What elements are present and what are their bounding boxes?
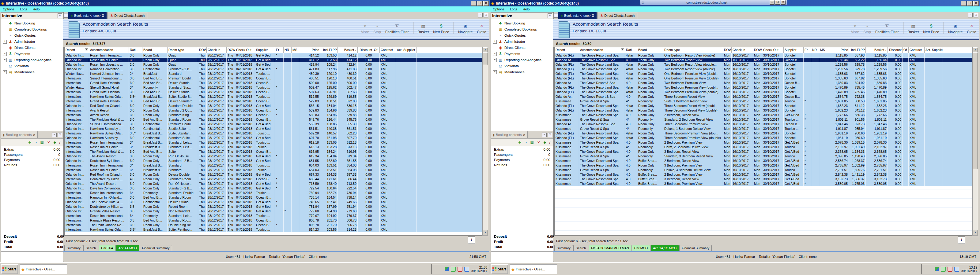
- scroll-down-icon[interactable]: ▼: [973, 230, 978, 235]
- column-header-er[interactable]: Er: [803, 47, 811, 53]
- table-row[interactable]: Orlando Int...The Avanti Resort3.0Room O…: [65, 154, 482, 159]
- restore-icon[interactable]: ❐: [775, 0, 780, 5]
- close-icon[interactable]: ✕: [483, 1, 489, 6]
- table-row[interactable]: Orlando Int...The Avanti Resort3.0Room O…: [65, 182, 482, 186]
- table-row[interactable]: Internation...Grand Hotel Orlando3.0Bed …: [65, 99, 482, 104]
- table-row[interactable]: Orlando (FL)The Grove Resort and Spa4sta…: [555, 62, 972, 67]
- volume-tray-icon[interactable]: [464, 267, 469, 272]
- sidebar-item-direct-clients[interactable]: ◉Direct Clients: [491, 44, 554, 51]
- delete-icon[interactable]: ✕: [47, 140, 50, 145]
- table-row[interactable]: Internation...Grand Hotel Orlando3.0Bed …: [65, 81, 482, 85]
- table-row[interactable]: KissimmeeGrove Resort & Spa4*RoomonlyDor…: [555, 145, 972, 149]
- table-row[interactable]: Orlando Int...Rosen Inn Internatio...3.0…: [65, 53, 482, 58]
- sidebar-item-completed-bookings[interactable]: ▦Completed Bookings: [1, 26, 64, 32]
- column-header-supplier[interactable]: Supplier: [255, 47, 275, 53]
- bottom-tab-financial-summary[interactable]: Financial Summary: [140, 245, 172, 251]
- table-row[interactable]: Orlando Int...Rosen Inn at Pointe ...3.0…: [65, 58, 482, 62]
- tab-book-ref-none[interactable]: ♣Book. ref.: <none> X: [68, 12, 107, 19]
- column-header-of[interactable]: Of: [902, 47, 908, 53]
- table-row[interactable]: Internation...Rosen Inn International3*B…: [65, 140, 482, 145]
- column-header-incl-fl-pp[interactable]: Incl.Fl.PP: [849, 47, 866, 53]
- add-icon[interactable]: ✚: [28, 140, 31, 145]
- collapse-icon[interactable]: −: [57, 13, 62, 18]
- close-icon[interactable]: ✕: [781, 0, 786, 5]
- column-header-ms[interactable]: MS: [291, 47, 299, 53]
- bottom-tab-car-tpa[interactable]: Car TPA: [99, 245, 115, 251]
- column-header-act-supplier[interactable]: Act. Supplier: [396, 47, 417, 53]
- table-row[interactable]: Internation...Grand Hotel Orlando3.0Bed …: [65, 90, 482, 95]
- table-row[interactable]: Internation...The Floridian Hotel & ...3…: [65, 117, 482, 122]
- table-row[interactable]: KissimmeeThe Grove Resort and Spa4.0Buff…: [555, 172, 972, 177]
- table-row[interactable]: KissimmeeGrove Resort & Spa4*RoomonlyDel…: [555, 126, 972, 131]
- minimize-icon[interactable]: —: [961, 1, 967, 6]
- sidebar-item-reporting-and-analytics[interactable]: +▥Reporting and Analytics: [1, 57, 64, 63]
- filter-icon[interactable]: ▼: [621, 48, 624, 51]
- table-row[interactable]: Winter Hav...Howard Johnson Inn ...2*Bre…: [65, 71, 482, 76]
- table-row[interactable]: Internation...Avanti Resort3.0Room OnlyS…: [65, 108, 482, 113]
- network-tray-icon[interactable]: [941, 267, 946, 272]
- column-header-check-in[interactable]: Check In: [732, 47, 753, 53]
- bottom-tab-summary[interactable]: Summary: [64, 245, 83, 251]
- facilities-filter-button[interactable]: ⧨Facilities Filter: [875, 24, 899, 34]
- scroll-up-icon[interactable]: ▲: [483, 47, 488, 52]
- column-header-rati[interactable]: Rati...: [625, 47, 637, 53]
- sidebar-item-new-booking[interactable]: ♣New Booking: [1, 20, 64, 26]
- expand-icon[interactable]: +: [493, 70, 497, 74]
- info-button[interactable]: i: [468, 237, 475, 244]
- table-row[interactable]: KissimmeeThe Grove Resort and Spa4.0Room…: [555, 163, 972, 168]
- tab-direct-clients-search[interactable]: ♟Direct Clients Search: [108, 12, 148, 19]
- bottom-tab-search[interactable]: Search: [573, 245, 588, 251]
- table-row[interactable]: Orlando Int...Red Roof Inn Orland...3.0R…: [65, 104, 482, 108]
- close-icon[interactable]: ✕: [973, 1, 979, 6]
- sidebar-item-viewdata[interactable]: ◎Viewdata: [491, 63, 554, 69]
- results-table[interactable]: Resort▼AccommodationRati...BoardRoom typ…: [64, 47, 483, 235]
- menu-item-help[interactable]: Help: [520, 7, 533, 11]
- vertical-scrollbar[interactable]: ▲ ▼: [482, 47, 488, 235]
- navigate-button[interactable]: ◉Navigate: [948, 24, 963, 34]
- table-row[interactable]: Orlando (FL)The Grove Resort and Spa4sta…: [555, 53, 972, 58]
- column-header-contract[interactable]: Contract: [908, 47, 924, 53]
- table-row[interactable]: Orlando Int...Red Roof Inn Orland...3.0R…: [65, 172, 482, 177]
- table-row[interactable]: Internation...Avanti Resort3.0Room OnlyS…: [65, 113, 482, 117]
- expand-icon[interactable]: +: [3, 52, 7, 56]
- sidebar-item-quick-quotes[interactable]: ◔Quick Quotes: [1, 32, 64, 38]
- column-header-room-type[interactable]: Room type: [663, 47, 723, 53]
- table-row[interactable]: Internation...Hawthorn Suites Orla...3.5…: [65, 131, 482, 136]
- column-header-accommodation[interactable]: Accommodation▼: [579, 47, 625, 53]
- column-header-resort[interactable]: Resort: [555, 47, 579, 53]
- table-row[interactable]: KissimmeeThe Grove Resort and Spa4.0Buff…: [555, 182, 972, 186]
- table-row[interactable]: Internation...The Floridian Hotel & ...3…: [65, 149, 482, 154]
- column-header-basket[interactable]: Basket▼: [338, 47, 358, 53]
- table-row[interactable]: Orlando (FL)The Grove Resort and Spa4sta…: [555, 104, 972, 108]
- restore-icon[interactable]: □: [484, 13, 488, 17]
- info-icon[interactable]: i: [59, 140, 60, 145]
- basket-button[interactable]: ▦Basket: [908, 24, 919, 34]
- volume-tray-icon[interactable]: [954, 267, 959, 272]
- sidebar-item-maintenance[interactable]: +▤Maintenance: [491, 69, 554, 75]
- menu-item-help[interactable]: Help: [30, 7, 43, 11]
- alert-tray-icon[interactable]: [458, 267, 463, 272]
- expand-icon[interactable]: +: [3, 40, 7, 44]
- table-row[interactable]: KissimmeeGrove Resort & Spa4*RoomonlySui…: [555, 99, 972, 104]
- table-row[interactable]: Orlando Int...Rosen Inn closest to ...2.…: [65, 62, 482, 67]
- pin-icon[interactable]: ⊙: [641, 1, 644, 4]
- palm-icon[interactable]: ♣: [54, 140, 56, 145]
- column-header-check-out[interactable]: Check Out: [762, 47, 784, 53]
- table-row[interactable]: Orlando (FL)The Grove Resort and Spa4sta…: [555, 67, 972, 71]
- rdp-connection-bar[interactable]: ⊙ comostreetrdp.topdog.uk.net — ❐ ✕: [640, 0, 787, 5]
- restore-icon[interactable]: □: [974, 13, 978, 17]
- taskbar-task-button[interactable]: ◆ Interactive - Ocea...: [20, 264, 67, 274]
- table-row[interactable]: Orlando Int...Doubletree by Hilton ...3.…: [65, 204, 482, 209]
- delete-icon[interactable]: ✕: [537, 140, 540, 145]
- table-row[interactable]: Orlando Ar...The Grove Resort & Spa4.0Ro…: [555, 122, 972, 126]
- maximize-icon[interactable]: □: [57, 133, 62, 137]
- bottom-tab-acc-4a-mco[interactable]: Acc 4A MCO: [116, 245, 139, 251]
- table-row[interactable]: Orlando (FL)The Grove Resort and Spa4sta…: [555, 136, 972, 140]
- minimize-icon[interactable]: −: [542, 133, 547, 137]
- column-header-nr[interactable]: NR: [811, 47, 819, 53]
- table-row[interactable]: KissimmeeThe Grove Resort and Spa4.0Room…: [555, 140, 972, 145]
- column-header-rati[interactable]: Rati...: [129, 47, 142, 53]
- booking-contents-tab[interactable]: ▮ Booking contents ✕: [491, 131, 528, 138]
- table-row[interactable]: Orlando Int...Doubletree By Hilton ...3.…: [65, 159, 482, 163]
- menu-item-logs[interactable]: Logs: [507, 7, 520, 11]
